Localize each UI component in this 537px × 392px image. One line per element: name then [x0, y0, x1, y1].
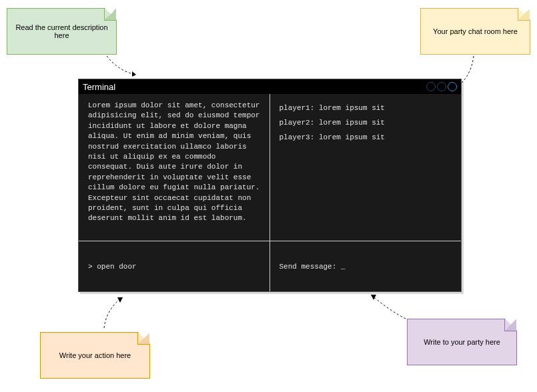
chat-message: lorem ipsum sit	[319, 133, 385, 141]
arrow-send	[366, 291, 412, 324]
chat-row: player3: lorem ipsum sit	[280, 130, 452, 145]
chat-row: player2: lorem ipsum sit	[280, 115, 452, 130]
note-chatroom-text: Your party chat room here	[433, 27, 518, 35]
chat-message: lorem ipsum sit	[319, 119, 385, 127]
svg-marker-2	[117, 297, 123, 303]
terminal-window: Terminal Lorem ipsum dolor sit amet, con…	[78, 79, 462, 292]
note-fold-icon	[504, 319, 516, 331]
chat-player: player3	[280, 133, 310, 141]
description-text: Lorem ipsum dolor sit amet, consectetur …	[88, 101, 259, 222]
description-pane: Lorem ipsum dolor sit amet, consectetur …	[79, 94, 270, 241]
command-prompt: > open door	[88, 263, 137, 271]
window-button-icon[interactable]	[426, 82, 436, 91]
terminal-title: Terminal	[83, 82, 115, 92]
note-send: Write to your party here	[407, 319, 517, 365]
chat-pane: player1: lorem ipsum sit player2: lorem …	[270, 94, 462, 241]
note-send-text: Write to your party here	[424, 338, 500, 346]
command-input-pane[interactable]: > open door	[79, 241, 270, 291]
note-fold-icon	[518, 9, 530, 21]
send-prompt: Send message: _	[280, 263, 346, 271]
arrow-description	[105, 55, 145, 81]
note-fold-icon	[104, 9, 116, 21]
chat-row: player1: lorem ipsum sit	[280, 101, 452, 115]
terminal-body: Lorem ipsum dolor sit amet, consectetur …	[79, 94, 461, 291]
terminal-titlebar: Terminal	[79, 79, 461, 94]
chat-message: lorem ipsum sit	[319, 104, 385, 112]
window-button-icon[interactable]	[437, 82, 446, 91]
note-chatroom: Your party chat room here	[420, 8, 530, 55]
note-action-text: Write your action here	[59, 351, 131, 359]
note-action: Write your action here	[40, 332, 150, 379]
note-fold-icon	[137, 333, 149, 345]
chat-player: player1	[280, 104, 310, 112]
window-button-icon[interactable]	[448, 82, 457, 91]
send-input-pane[interactable]: Send message: _	[270, 241, 462, 291]
note-description-text: Read the current description here	[13, 23, 111, 39]
arrow-action	[100, 295, 140, 332]
svg-marker-0	[132, 71, 136, 77]
svg-marker-3	[371, 295, 376, 300]
note-description: Read the current description here	[7, 8, 117, 55]
window-buttons	[426, 82, 457, 91]
chat-player: player2	[280, 119, 310, 127]
